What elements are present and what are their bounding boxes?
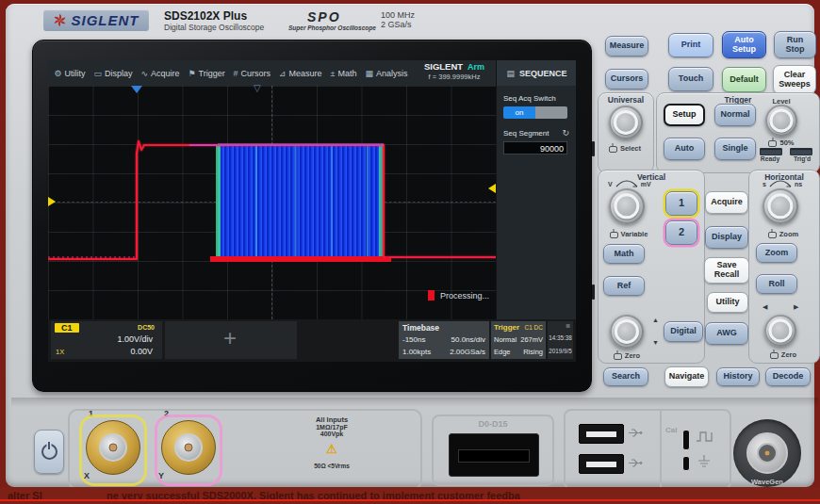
- trigger-auto-button[interactable]: Auto: [664, 138, 705, 160]
- ref-button[interactable]: Ref: [603, 276, 645, 296]
- universal-knob[interactable]: [609, 106, 643, 139]
- samplerate-spec: 2 GSa/s: [381, 20, 412, 29]
- display-button[interactable]: Display: [705, 226, 748, 249]
- menu-item-acquire[interactable]: ∿ Acquire: [140, 69, 179, 78]
- siglent-pinwheel-icon: [53, 13, 67, 27]
- cursors-button[interactable]: Cursors: [605, 69, 648, 89]
- channel1-descriptor[interactable]: C1 DC50 1.00V/div 1X 0.00V: [51, 321, 162, 359]
- screen-brand: SIGLENT: [424, 61, 463, 72]
- processing-icon: [428, 290, 435, 301]
- touch-button[interactable]: Touch: [668, 67, 713, 91]
- cursors-icon: #: [234, 69, 238, 78]
- trigger-level-marker[interactable]: [488, 184, 496, 193]
- zoom-button[interactable]: Zoom: [756, 243, 797, 263]
- run-stop-button[interactable]: Run Stop: [774, 31, 816, 58]
- trigd-label: Trig'd: [788, 155, 816, 162]
- spo-logo: SPO: [307, 9, 341, 24]
- digital-connector-label: D0-D15: [434, 419, 552, 429]
- usb-icon: [628, 458, 643, 468]
- sequence-dialog-header[interactable]: ▤ SEQUENCE: [496, 60, 576, 86]
- channel1-button[interactable]: 1: [665, 191, 697, 216]
- down-arrow-icon: ▼: [652, 339, 659, 346]
- decode-button[interactable]: Decode: [765, 367, 811, 386]
- trigger-position-marker[interactable]: ▽: [254, 83, 261, 93]
- measure-button[interactable]: Measure: [605, 36, 648, 57]
- variable-label: Variable: [598, 230, 660, 238]
- menu-item-math[interactable]: ± Math: [331, 69, 357, 78]
- vertical-position-knob[interactable]: [610, 315, 644, 349]
- horizontal-position-knob[interactable]: [764, 315, 796, 347]
- refresh-icon[interactable]: ↻: [562, 128, 569, 138]
- channel1-axis-label: X: [84, 471, 90, 480]
- menu-item-trigger[interactable]: ⚑ Trigger: [188, 69, 224, 78]
- menu-item-analysis[interactable]: ▦ Analysis: [365, 69, 407, 78]
- clock-date: 2019/9/5: [548, 348, 573, 354]
- trigger-single-button[interactable]: Single: [714, 138, 756, 160]
- cal-slot-1: [682, 430, 690, 450]
- timebase-descriptor[interactable]: Timebase -150ns 50.0ns/div 1.00kpts 2.00…: [399, 321, 489, 359]
- channel2-button[interactable]: 2: [665, 220, 697, 245]
- sequence-icon: ▤: [506, 69, 515, 78]
- menu-item-utility[interactable]: ⚙ Utility: [54, 69, 85, 78]
- math-icon: ±: [331, 69, 336, 78]
- push-knob-icon: [610, 232, 618, 238]
- datetime-box: ≣ 14:35:38 2019/9/5: [548, 321, 573, 359]
- print-button[interactable]: Print: [668, 33, 713, 57]
- utility-button[interactable]: Utility: [707, 292, 748, 313]
- channel2-bnc-connector: [161, 420, 216, 475]
- level-50pct-label: 50%: [760, 138, 803, 147]
- vertical-scale-knob[interactable]: [609, 188, 645, 224]
- timebase-scale: 50.0ns/div: [451, 335, 485, 344]
- push-knob-icon: [609, 146, 617, 153]
- processing-indicator: Processing...: [428, 290, 489, 301]
- trigger-setup-button[interactable]: Setup: [664, 104, 705, 126]
- status-bar: C1 DC50 1.00V/div 1X 0.00V + Timebase -1…: [48, 319, 576, 362]
- navigate-button[interactable]: Navigate: [664, 366, 709, 387]
- menu-item-cursors[interactable]: # Cursors: [234, 69, 271, 78]
- save-recall-button[interactable]: Save Recall: [704, 257, 749, 284]
- menu-item-display[interactable]: ▭ Display: [93, 69, 132, 78]
- io-plate: Cal: [564, 409, 731, 490]
- trigger-delay-marker[interactable]: [131, 86, 142, 93]
- seq-acq-toggle[interactable]: on: [503, 106, 567, 119]
- cal-label: Cal: [665, 426, 677, 434]
- channel1-offset-marker[interactable]: [48, 197, 56, 206]
- digital-button[interactable]: Digital: [664, 321, 703, 342]
- search-button[interactable]: Search: [603, 367, 648, 386]
- roll-button[interactable]: Roll: [756, 274, 797, 294]
- history-button[interactable]: History: [716, 367, 760, 386]
- digital-plate: D0-D15: [432, 415, 554, 486]
- menu-item-measure[interactable]: ⊿ Measure: [279, 69, 322, 78]
- trigger-descriptor[interactable]: Trigger C1 DC Normal 267mV Edge Rising: [491, 321, 546, 359]
- knob-range-arc: [768, 179, 793, 187]
- power-button[interactable]: [34, 430, 64, 474]
- timebase-delay: -150ns: [402, 335, 425, 344]
- auto-setup-button[interactable]: Auto Setup: [722, 31, 766, 58]
- knob-range-arc: [615, 179, 639, 187]
- sequence-title: SEQUENCE: [519, 69, 567, 78]
- acquire-button[interactable]: Acquire: [705, 191, 748, 214]
- waveform-plot: [48, 86, 496, 319]
- clear-sweeps-button[interactable]: Clear Sweeps: [773, 65, 816, 94]
- trigger-level-value: 267mV: [520, 335, 543, 344]
- scope-body: SIGLENT SDS2102X Plus Digital Storage Os…: [6, 4, 814, 487]
- seq-acq-switch-label: Seq Acq Switch: [503, 94, 569, 103]
- channel1-bnc-connector: [86, 420, 140, 475]
- seq-segment-input[interactable]: 90000: [503, 141, 567, 154]
- screen: ⚙ Utility ▭ Display ∿ Acquire ⚑ Trigger …: [48, 60, 576, 362]
- select-label: Select: [598, 144, 652, 153]
- horizontal-scale-knob[interactable]: [763, 188, 798, 224]
- caption-divider-line: [0, 499, 820, 501]
- awg-button[interactable]: AWG: [705, 322, 748, 345]
- channel1-badge: C1: [55, 323, 79, 333]
- default-button[interactable]: Default: [722, 67, 766, 92]
- math-button[interactable]: Math: [603, 244, 645, 264]
- trigger-normal-button[interactable]: Normal: [714, 104, 756, 126]
- cursor-info-box[interactable]: +: [165, 321, 297, 359]
- usb-port-2: [579, 454, 624, 474]
- cal-slot-2: [682, 456, 690, 471]
- status-icon: ≣: [566, 322, 570, 329]
- trigger-level-knob[interactable]: [765, 105, 797, 137]
- left-arrow-icon: ◀: [763, 303, 767, 311]
- crosshair-icon: +: [223, 325, 237, 351]
